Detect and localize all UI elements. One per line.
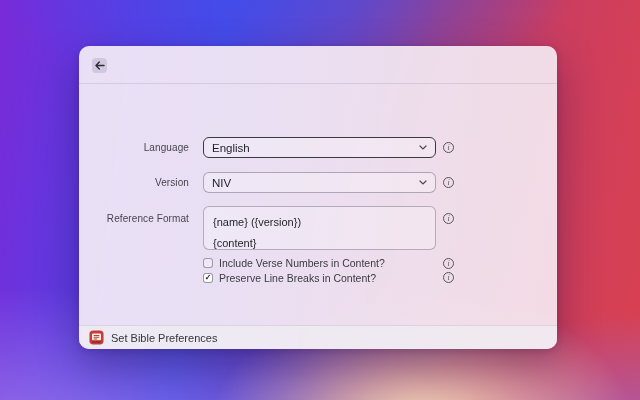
arrow-left-icon xyxy=(95,61,105,70)
version-dropdown[interactable]: NIV xyxy=(203,172,436,193)
version-value: NIV xyxy=(212,177,419,189)
info-glyph: i xyxy=(447,215,449,223)
line-breaks-checkbox[interactable]: ✓ xyxy=(203,273,213,283)
textarea-line: {content} xyxy=(213,233,426,254)
chevron-down-icon xyxy=(419,180,427,185)
window-footer: Set Bible Preferences xyxy=(79,325,557,349)
reference-format-info-icon[interactable]: i xyxy=(443,213,454,224)
preferences-window: Language English i Version NIV xyxy=(79,46,557,349)
verse-numbers-label: Include Verse Numbers in Content? xyxy=(219,257,385,269)
language-value: English xyxy=(212,142,419,154)
language-dropdown[interactable]: English xyxy=(203,137,436,158)
bible-book-icon xyxy=(89,330,104,345)
preferences-form: Language English i Version NIV xyxy=(79,84,557,325)
line-breaks-info-icon[interactable]: i xyxy=(443,272,454,283)
verse-numbers-row: Include Verse Numbers in Content? xyxy=(203,257,385,269)
textarea-line: {name} ({version}) xyxy=(213,212,426,233)
checkmark-icon: ✓ xyxy=(205,274,212,282)
chevron-down-icon xyxy=(419,145,427,150)
version-label: Version xyxy=(79,177,189,188)
language-label: Language xyxy=(79,142,189,153)
reference-format-textarea[interactable]: {name} ({version}) {content} xyxy=(203,206,436,250)
language-info-icon[interactable]: i xyxy=(443,142,454,153)
desktop-background: Language English i Version NIV xyxy=(0,0,640,400)
info-glyph: i xyxy=(447,260,449,268)
back-button[interactable] xyxy=(92,58,107,73)
footer-title: Set Bible Preferences xyxy=(111,332,217,344)
info-glyph: i xyxy=(447,179,449,187)
line-breaks-row: ✓ Preserve Line Breaks in Content? xyxy=(203,272,376,284)
version-info-icon[interactable]: i xyxy=(443,177,454,188)
info-glyph: i xyxy=(447,274,449,282)
verse-numbers-checkbox[interactable] xyxy=(203,258,213,268)
info-glyph: i xyxy=(447,144,449,152)
line-breaks-label: Preserve Line Breaks in Content? xyxy=(219,272,376,284)
verse-numbers-info-icon[interactable]: i xyxy=(443,258,454,269)
window-header xyxy=(79,46,557,84)
reference-format-label: Reference Format xyxy=(79,213,189,224)
